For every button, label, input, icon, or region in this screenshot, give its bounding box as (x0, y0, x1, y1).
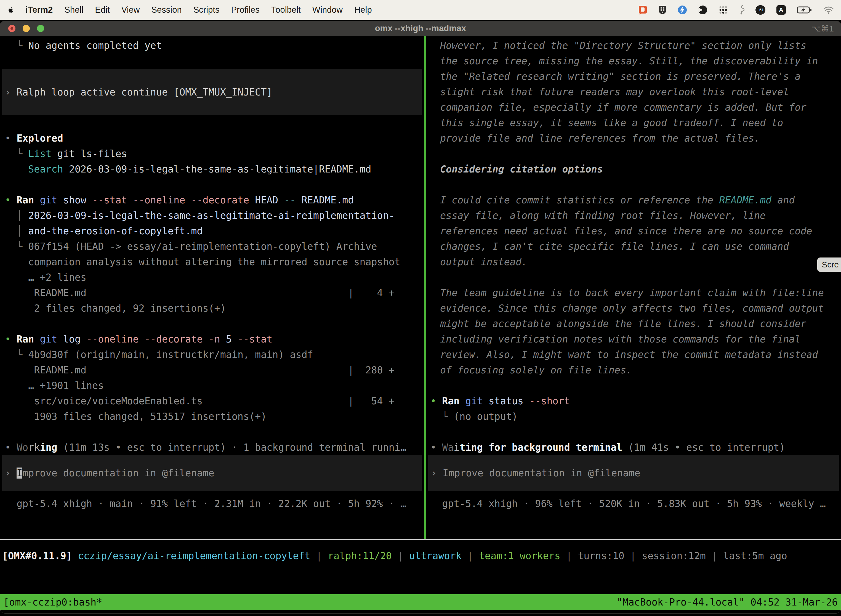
git-log-command-line: • Ran git log --oneline --decorate -n 5 … (0, 331, 424, 347)
commit-summary: 067f154 (HEAD -> essay/ai-reimplementati… (28, 241, 377, 252)
menu-status-icons: ..61 A (638, 5, 834, 15)
bullet: • (5, 442, 16, 453)
dots-grid-icon[interactable] (718, 5, 728, 15)
git-show-output-line: └ 067f154 (HEAD -> essay/ai-reimplementa… (0, 239, 424, 254)
prompt-chevron: › (5, 87, 16, 98)
tree-elbow: └ (5, 148, 28, 159)
menu-item-view[interactable]: View (122, 5, 140, 15)
status-divider-line (0, 539, 841, 540)
omx-version: [OMX#0.11.9] (2, 550, 72, 561)
explored-label: Explored (16, 133, 63, 144)
reasoning-text: essay file, along with finding root file… (426, 208, 841, 223)
prompt-input-left[interactable]: › Improve documentation in @filename (2, 455, 422, 491)
text-cursor: I (16, 468, 22, 478)
menu-item-toolbelt[interactable]: Toolbelt (271, 5, 301, 15)
no-agents-text: No agents completed yet (28, 40, 162, 51)
battery-icon[interactable] (797, 6, 812, 14)
git-log-output-line: 1903 files changed, 513517 insertions(+) (0, 409, 424, 424)
screen-overlay-button[interactable]: Scre (817, 258, 841, 272)
cmd-flags: --oneline --decorate (86, 334, 209, 345)
macos-menu-bar: iTerm2 Shell Edit View Session Scripts P… (0, 0, 841, 20)
cmd-n-value: 5 (226, 334, 237, 345)
badge-61-icon[interactable]: ..61 (756, 5, 765, 15)
separator: | (706, 550, 723, 561)
cmd-sub: status (489, 396, 529, 406)
reasoning-text: the "Related research writing" section i… (426, 69, 841, 84)
window-title: omx --xhigh --madmax (0, 23, 841, 34)
ultrawork-mode: ultrawork (409, 550, 462, 561)
window-title-bar: omx --xhigh --madmax ⌥⌘1 (0, 21, 841, 36)
git-log-stat-line: README.md | 280 + (0, 362, 424, 378)
tree-elbow: └ (5, 40, 28, 51)
reasoning-text: this single essay, it seems like a good … (426, 115, 841, 131)
chat-app-icon[interactable] (638, 5, 647, 15)
prompt-input-right[interactable]: › Improve documentation in @filename (428, 455, 839, 491)
reasoning-paragraph: However, I noticed the "Directory Struct… (426, 38, 841, 146)
right-terminal-pane[interactable]: However, I noticed the "Directory Struct… (426, 36, 841, 539)
reasoning-heading: Considering citation options (426, 161, 841, 177)
waiting-shimmer-2: i (454, 442, 459, 453)
hook-squiggle-icon[interactable] (739, 5, 744, 15)
input-source-icon[interactable]: A (777, 5, 786, 15)
working-status-line: • Working (11m 13s • esc to interrupt) ·… (0, 440, 424, 455)
shield-grid-icon[interactable] (658, 5, 667, 15)
reasoning-text: references need actual files, and since … (426, 223, 841, 239)
working-shimmer-1: Wo (16, 442, 28, 453)
waiting-shimmer-3: ting for background terminal (459, 442, 622, 453)
menu-item-profiles[interactable]: Profiles (231, 5, 259, 15)
menu-item-window[interactable]: Window (312, 5, 343, 15)
cmd-flags: --short (529, 396, 570, 406)
left-terminal-pane[interactable]: └ No agents completed yet › Ralph loop a… (0, 36, 424, 539)
explored-header-line: • Explored (0, 131, 424, 146)
readme-link: README.md (719, 195, 771, 205)
working-shimmer-2: rk (28, 442, 40, 453)
menu-item-scripts[interactable]: Scripts (193, 5, 220, 15)
badge-61-label: ..61 (757, 8, 763, 12)
loom-icon[interactable] (698, 5, 708, 15)
commit-summary: 4b9d30f (origin/main, instructkr/main, m… (28, 349, 313, 360)
working-shimmer-3: ing (40, 442, 57, 453)
cmd-separator: -- (284, 195, 301, 205)
menu-item-iterm2[interactable]: iTerm2 (25, 5, 53, 15)
menu-item-session[interactable]: Session (151, 5, 182, 15)
bullet: • (431, 442, 442, 453)
git-status-command-line: • Ran git status --short (426, 393, 841, 409)
tmux-status-bar: [omx-cczip0:bash* "MacBook-Pro-44.local"… (0, 594, 841, 610)
list-verb: List (28, 148, 51, 159)
apple-menu-icon[interactable] (7, 6, 14, 14)
bullet: • (431, 396, 442, 406)
input-source-label: A (779, 6, 783, 13)
git-log-output-line: └ 4b9d30f (origin/main, instructkr/main,… (0, 347, 424, 362)
minimize-button[interactable] (23, 25, 30, 32)
no-output-text: (no output) (454, 411, 518, 422)
close-button[interactable] (8, 25, 15, 32)
window-shortcut-badge: ⌥⌘1 (812, 24, 834, 34)
bullet: • (5, 133, 16, 144)
git-show-output-line: 2 files changed, 92 insertions(+) (0, 301, 424, 316)
menu-items: iTerm2 Shell Edit View Session Scripts P… (25, 5, 372, 15)
prompt-chevron: › (5, 468, 16, 478)
reasoning-text: output instead. (426, 254, 841, 270)
menu-item-edit[interactable]: Edit (95, 5, 110, 15)
bullet: • (5, 195, 16, 205)
zoom-button[interactable] (37, 25, 44, 32)
wifi-icon[interactable] (823, 6, 834, 14)
bolt-badge-icon[interactable] (678, 5, 687, 15)
cmd-git: git (465, 396, 488, 406)
indent (5, 164, 28, 175)
reasoning-paragraph: I could cite commit statistics or refere… (426, 192, 841, 270)
tmux-session-tab[interactable]: [omx-cczip0:bash* (3, 597, 102, 608)
bullet: • (5, 334, 16, 345)
menu-item-shell[interactable]: Shell (64, 5, 84, 15)
reasoning-text: changes, I can't cite specific file line… (426, 239, 841, 254)
turns-count: turns:10 (578, 550, 624, 561)
working-detail: (11m 13s • esc to interrupt) · 1 backgro… (57, 442, 406, 453)
tmux-host-clock: "MacBook-Pro-44.local" 04:52 31-Mar-26 (617, 597, 838, 608)
model-status-line-right: gpt-5.4 xhigh · 96% left · 520K in · 5.8… (426, 496, 841, 511)
reasoning-text: companion file, especially if more comme… (426, 100, 841, 115)
menu-item-help[interactable]: Help (354, 5, 372, 15)
separator: | (624, 550, 642, 561)
explored-search-line: Search 2026-03-09-is-legal-the-same-as-l… (0, 161, 424, 177)
separator: | (311, 550, 328, 561)
reasoning-text-segment: I could cite commit statistics or refere… (440, 195, 719, 205)
